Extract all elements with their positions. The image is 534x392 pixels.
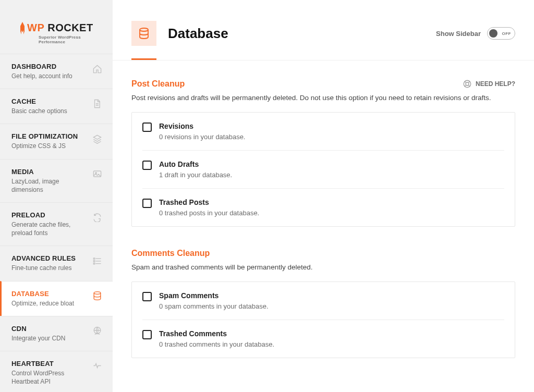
option-desc: 0 revisions in your database. [159,133,504,141]
heartbeat-icon [92,361,102,371]
comments-cleanup-options: Spam Comments 0 spam comments in your da… [131,281,515,358]
option-auto-drafts: Auto Drafts 1 draft in your database. [142,151,504,189]
post-cleanup-desc: Post revisions and drafts will be perman… [131,94,515,102]
nav-desc: Fine-tune cache rules [11,264,86,272]
layers-icon [92,133,102,144]
svg-rect-4 [93,263,94,264]
nav-title: CDN [11,325,86,333]
nav-title: DATABASE [11,290,86,298]
nav-title: ADVANCED RULES [11,254,86,262]
trashed-comments-checkbox[interactable] [142,330,152,339]
option-spam-comments: Spam Comments 0 spam comments in your da… [142,282,504,320]
post-cleanup-options: Revisions 0 revisions in your database. … [131,112,515,227]
option-title: Revisions [159,122,504,130]
svg-point-9 [466,82,469,85]
rocket-logo-icon [19,22,26,35]
brand-name-wp: WP [27,22,44,34]
nav-title: FILE OPTIMIZATION [11,132,86,140]
nav-item-database[interactable]: DATABASE Optimize, reduce bloat [0,281,113,316]
nav-desc: LazyLoad, image dimensions [11,177,86,194]
toggle-state-label: OFF [502,31,512,36]
section-head-post-cleanup: Post Cleanup NEED HELP? [131,79,515,89]
nav-title: HEARTBEAT [11,360,86,368]
globe-icon [92,326,102,336]
section-title: Post Cleanup [131,79,456,89]
nav-desc: Integrate your CDN [11,334,86,342]
option-title: Trashed Comments [159,329,504,338]
nav-desc: Generate cache files, preload fonts [11,220,86,237]
main-panel: Database Show Sidebar OFF Post Cleanup N… [113,0,534,392]
nav-desc: Basic cache options [11,107,86,115]
image-icon [92,169,102,179]
nav-item-advanced-rules[interactable]: ADVANCED RULES Fine-tune cache rules [0,246,113,280]
revisions-checkbox[interactable] [142,123,152,132]
svg-rect-3 [93,261,94,262]
home-icon [92,64,102,74]
brand-tagline: Superior WordPress Performance [39,35,98,44]
option-trashed-posts: Trashed Posts 0 trashed posts in your da… [142,189,504,226]
database-header-icon [131,21,156,46]
sidebar: WP ROCKET Superior WordPress Performance… [0,0,113,392]
show-sidebar-label: Show Sidebar [436,30,481,38]
option-desc: 1 draft in your database. [159,171,504,179]
brand-name-rocket: ROCKET [47,22,93,34]
spam-comments-checkbox[interactable] [142,292,152,301]
page-title: Database [168,26,424,42]
section-head-comments-cleanup: Comments Cleanup [131,249,515,258]
auto-drafts-checkbox[interactable] [142,161,152,170]
database-icon [92,291,102,301]
nav-item-cdn[interactable]: CDN Integrate your CDN [0,316,113,351]
trashed-posts-checkbox[interactable] [142,199,152,208]
option-desc: 0 spam comments in your database. [159,302,504,310]
sidebar-toggle[interactable]: OFF [487,27,515,40]
option-title: Spam Comments [159,291,504,300]
refresh-icon [92,212,102,223]
nav-item-file-optimization[interactable]: FILE OPTIMIZATION Optimize CSS & JS [0,124,113,158]
nav-desc: Optimize CSS & JS [11,142,86,150]
nav-item-preload[interactable]: PRELOAD Generate cache files, preload fo… [0,202,113,246]
nav-item-dashboard[interactable]: DASHBOARD Get help, account info [0,54,113,89]
nav-title: PRELOAD [11,211,86,219]
toggle-knob [489,29,497,38]
nav-item-cache[interactable]: CACHE Basic cache options [0,89,113,124]
nav-title: MEDIA [11,168,86,176]
comments-cleanup-desc: Spam and trashed comments will be perman… [131,263,515,271]
need-help-label: NEED HELP? [476,80,515,88]
option-trashed-comments: Trashed Comments 0 trashed comments in y… [142,320,504,358]
svg-rect-2 [93,258,94,259]
nav-desc: Get help, account info [11,72,86,80]
lifebuoy-icon [463,79,472,89]
option-title: Trashed Posts [159,198,504,206]
nav-item-media[interactable]: MEDIA LazyLoad, image dimensions [0,159,113,202]
option-revisions: Revisions 0 revisions in your database. [142,113,504,151]
svg-point-7 [140,28,148,31]
svg-point-5 [94,292,101,295]
nav-title: CACHE [11,97,86,105]
option-desc: 0 trashed posts in your database. [159,209,504,217]
brand-logo: WP ROCKET Superior WordPress Performance [0,0,113,54]
nav-title: DASHBOARD [11,63,86,70]
nav-desc: Optimize, reduce bloat [11,299,86,308]
option-title: Auto Drafts [159,160,504,168]
page-header: Database Show Sidebar OFF [113,0,534,46]
section-title: Comments Cleanup [131,249,515,258]
nav-desc: Control WordPress Heartbeat API [11,369,86,386]
option-desc: 0 trashed comments in your database. [159,340,504,348]
show-sidebar-control: Show Sidebar OFF [436,27,515,40]
sliders-icon [92,255,102,266]
file-icon [92,99,102,109]
page-content: Post Cleanup NEED HELP? Post revisions a… [113,60,534,358]
nav-item-heartbeat[interactable]: HEARTBEAT Control WordPress Heartbeat AP… [0,351,113,392]
need-help-link[interactable]: NEED HELP? [463,79,515,89]
